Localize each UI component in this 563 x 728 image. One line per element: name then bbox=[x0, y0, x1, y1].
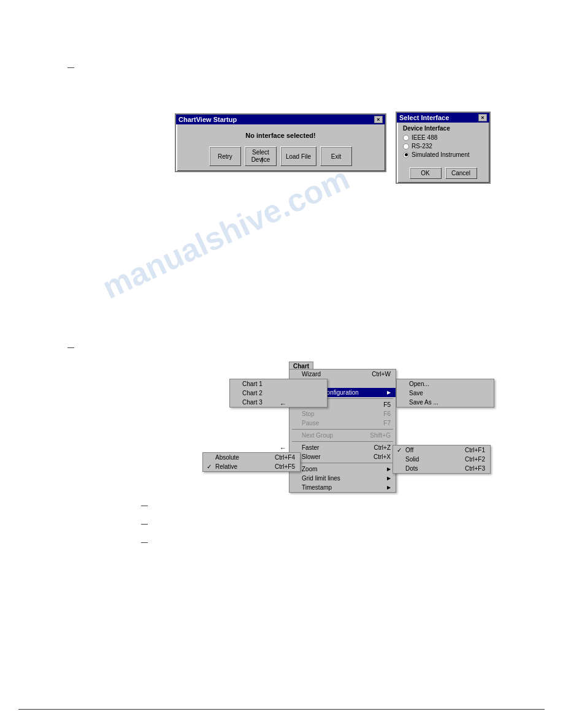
menu-display-config-arrow: ▶ bbox=[387, 390, 391, 395]
menu-timestamp-arrow: ▶ bbox=[387, 485, 391, 490]
side-note-5: — bbox=[141, 538, 148, 545]
menu-slower-label: Slower bbox=[302, 453, 321, 460]
absolute-label: Absolute bbox=[215, 454, 239, 461]
menu-zoom-arrow: ▶ bbox=[387, 466, 391, 472]
off-check: ✓ bbox=[397, 447, 402, 453]
menu-sep-3 bbox=[292, 441, 393, 442]
watermark: manualshive.com bbox=[97, 160, 355, 306]
dots-shortcut: Ctrl+F3 bbox=[465, 465, 485, 472]
absolute-item[interactable]: Absolute Ctrl+F4 bbox=[203, 453, 300, 462]
chart-number-submenu: Chart 1 Chart 2 Chart 3 bbox=[229, 379, 327, 408]
menu-wizard[interactable]: Wizard Ctrl+W bbox=[289, 370, 396, 379]
menu-sep-2 bbox=[292, 429, 393, 430]
submenu-save-label: Save bbox=[409, 390, 423, 396]
simulated-label: Simulated Instrument bbox=[412, 151, 470, 158]
chart2-item[interactable]: Chart 2 bbox=[230, 389, 327, 398]
select-device-arrow: ↑ bbox=[259, 154, 264, 165]
simulated-radio[interactable] bbox=[403, 152, 409, 158]
submenu-open[interactable]: Open... bbox=[397, 379, 494, 389]
chart2-label: Chart 2 bbox=[242, 390, 262, 396]
cancel-button[interactable]: Cancel bbox=[445, 167, 477, 179]
chart3-item[interactable]: Chart 3 bbox=[230, 398, 327, 407]
menu-grid-limit-arrow: ▶ bbox=[387, 476, 391, 481]
menu-next-group: Next Group Shift+G bbox=[289, 431, 396, 440]
chartview-close-button[interactable]: × bbox=[374, 116, 383, 123]
ieee488-radio[interactable] bbox=[403, 135, 409, 141]
chartview-titlebar: ChartView Startup × bbox=[176, 115, 385, 124]
abs-rel-menu: Absolute Ctrl+F4 ✓ Relative Ctrl+F5 bbox=[202, 452, 301, 472]
bottom-border bbox=[18, 709, 545, 710]
select-interface-dialog: Select Interface × Device Interface IEEE… bbox=[396, 112, 491, 184]
relative-label: Relative bbox=[215, 463, 237, 470]
chart3-label: Chart 3 bbox=[242, 399, 262, 406]
simulated-option[interactable]: Simulated Instrument bbox=[403, 151, 483, 158]
menu-pause: Pause F7 bbox=[289, 419, 396, 428]
submenu-save-as-label: Save As ... bbox=[409, 399, 439, 406]
dots-item[interactable]: Dots Ctrl+F3 bbox=[393, 464, 490, 473]
display-config-submenu: Open... Save Save As ... bbox=[396, 379, 494, 408]
submenu-open-label: Open... bbox=[409, 381, 429, 387]
menu-wizard-label: Wizard bbox=[302, 371, 321, 377]
off-item[interactable]: ✓ Off Ctrl+F1 bbox=[393, 446, 490, 455]
off-shortcut: Ctrl+F1 bbox=[465, 447, 485, 453]
ieee488-label: IEEE 488 bbox=[412, 134, 437, 141]
menu-faster-label: Faster bbox=[302, 444, 319, 451]
chartview-buttons: Retry Select Device Load File Exit bbox=[182, 146, 379, 166]
menu-grid-limit[interactable]: Grid limit lines ▶ bbox=[289, 474, 396, 483]
dots-label: Dots bbox=[405, 465, 418, 472]
menu-start-shortcut: F5 bbox=[383, 401, 391, 408]
menu-slower-shortcut: Ctrl+X bbox=[373, 453, 391, 460]
si-dialog-buttons: OK Cancel bbox=[397, 165, 489, 183]
submenu-save-as[interactable]: Save As ... bbox=[397, 398, 494, 407]
side-note-1: — bbox=[67, 63, 74, 70]
menu-stop: Stop F6 bbox=[289, 409, 396, 419]
chart-submenu-arrow: ← bbox=[280, 400, 286, 408]
side-note-4: — bbox=[141, 520, 148, 527]
side-note-2: — bbox=[67, 343, 74, 351]
menu-next-group-label: Next Group bbox=[302, 432, 333, 439]
chartview-body: No interface selected! Retry Select Devi… bbox=[176, 124, 385, 171]
relative-item[interactable]: ✓ Relative Ctrl+F5 bbox=[203, 462, 300, 471]
select-interface-titlebar: Select Interface × bbox=[397, 113, 489, 123]
load-file-button[interactable]: Load File bbox=[280, 146, 316, 166]
rs232-radio[interactable] bbox=[403, 143, 409, 150]
select-interface-close-button[interactable]: × bbox=[478, 114, 487, 121]
rs232-label: RS-232 bbox=[412, 143, 432, 150]
menu-stop-shortcut: F6 bbox=[383, 411, 391, 417]
menu-zoom[interactable]: Zoom ▶ bbox=[289, 464, 396, 474]
menu-sep-4 bbox=[292, 463, 393, 463]
relative-check: ✓ bbox=[207, 463, 212, 470]
abs-rel-arrow: ← bbox=[280, 444, 286, 452]
menu-zoom-label: Zoom bbox=[302, 466, 318, 472]
menu-faster[interactable]: Faster Ctrl+Z bbox=[289, 443, 396, 452]
relative-shortcut: Ctrl+F5 bbox=[275, 463, 295, 470]
solid-label: Solid bbox=[405, 456, 419, 463]
submenu-save[interactable]: Save bbox=[397, 389, 494, 398]
chartview-title: ChartView Startup bbox=[178, 116, 237, 123]
chart1-item[interactable]: Chart 1 bbox=[230, 379, 327, 389]
solid-shortcut: Ctrl+F2 bbox=[465, 456, 485, 463]
off-label: Off bbox=[405, 447, 413, 453]
chartview-message: No interface selected! bbox=[182, 132, 379, 139]
menu-next-group-shortcut: Shift+G bbox=[370, 432, 391, 439]
menu-stop-label: Stop bbox=[302, 411, 315, 417]
menu-wizard-shortcut: Ctrl+W bbox=[372, 371, 391, 377]
absolute-shortcut: Ctrl+F4 bbox=[275, 454, 295, 461]
rs232-option[interactable]: RS-232 bbox=[403, 143, 483, 150]
menu-grid-limit-label: Grid limit lines bbox=[302, 475, 340, 482]
solid-item[interactable]: Solid Ctrl+F2 bbox=[393, 455, 490, 464]
menu-timestamp[interactable]: Timestamp ▶ bbox=[289, 483, 396, 492]
exit-button[interactable]: Exit bbox=[320, 146, 352, 166]
ieee488-option[interactable]: IEEE 488 bbox=[403, 134, 483, 141]
device-interface-label: Device Interface bbox=[403, 125, 483, 132]
retry-button[interactable]: Retry bbox=[209, 146, 241, 166]
menu-pause-label: Pause bbox=[302, 420, 319, 427]
chart1-label: Chart 1 bbox=[242, 381, 262, 387]
menu-slower[interactable]: Slower Ctrl+X bbox=[289, 452, 396, 461]
side-note-3: — bbox=[141, 501, 148, 509]
menu-pause-shortcut: F7 bbox=[383, 420, 391, 427]
ok-button[interactable]: OK bbox=[410, 167, 442, 179]
chartview-startup-dialog: ChartView Startup × No interface selecte… bbox=[175, 113, 386, 172]
menu-timestamp-label: Timestamp bbox=[302, 484, 332, 491]
select-interface-title: Select Interface bbox=[399, 114, 449, 121]
